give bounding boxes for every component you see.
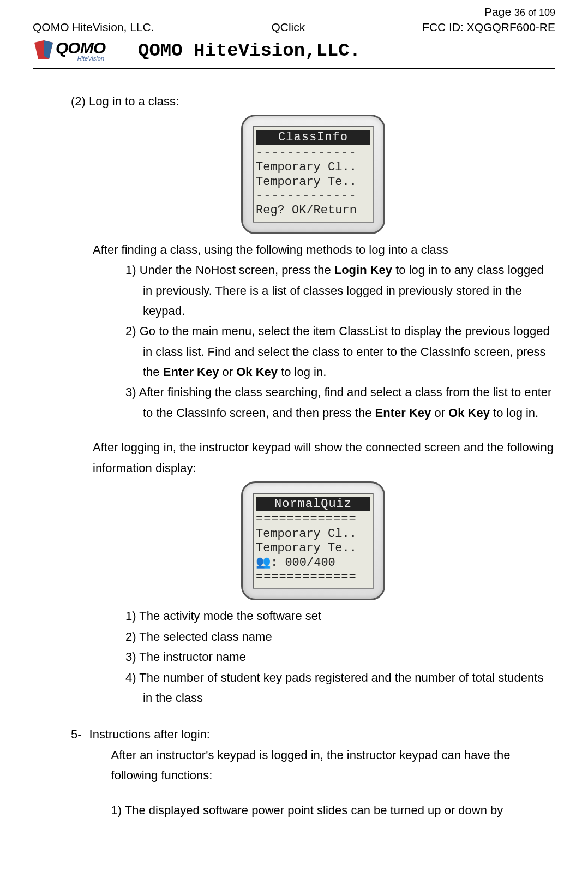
page-header: QOMO HiteVision, LLC. QClick Page 36 of …	[33, 0, 555, 34]
brand-logo-icon	[33, 39, 55, 62]
lcd-line-teacher: Temporary Te..	[256, 541, 370, 556]
info-item-2: 2) The selected class name	[125, 627, 555, 647]
section-5-number: 5-	[71, 724, 82, 820]
content-body: (2) Log in to a class: ClassInfo -------…	[33, 91, 555, 820]
method-3: 3) After finishing the class searching, …	[125, 382, 555, 423]
section-5-func-1: 1) The displayed software power point sl…	[89, 800, 555, 820]
device-figure-normalquiz: NormalQuiz ============= Temporary Cl.. …	[71, 481, 555, 600]
method-2: 2) Go to the main menu, select the item …	[125, 321, 555, 382]
lcd-title: NormalQuiz	[256, 497, 370, 511]
lcd-divider: =============	[256, 570, 370, 584]
text: to log in.	[278, 365, 326, 379]
header-company: QOMO HiteVision, LLC.	[33, 21, 154, 34]
device-figure-classinfo: ClassInfo ------------- Temporary Cl.. T…	[71, 115, 555, 234]
header-right: Page 36 of 109 FCC ID: XQGQRF600-RE	[422, 5, 555, 34]
document-page: QOMO HiteVision, LLC. QClick Page 36 of …	[0, 0, 588, 842]
count-sep: :	[271, 556, 285, 570]
page-of: of	[525, 7, 539, 18]
text: or	[431, 406, 448, 420]
enter-key-bold: Enter Key	[375, 406, 431, 420]
logo-row: QOMO HiteVision QOMO HiteVision,LLC.	[33, 39, 555, 62]
device-lcd: ClassInfo ------------- Temporary Cl.. T…	[253, 126, 374, 222]
text: or	[219, 365, 236, 379]
device-lcd: NormalQuiz ============= Temporary Cl.. …	[253, 493, 374, 589]
company-title: QOMO HiteVision,LLC.	[138, 40, 361, 61]
lcd-title: ClassInfo	[256, 130, 370, 145]
brand-logo: QOMO HiteVision	[33, 39, 105, 62]
enter-key-bold: Enter Key	[163, 365, 219, 379]
page-total: 109	[539, 7, 555, 18]
page-label: Page	[484, 5, 514, 18]
device-frame: NormalQuiz ============= Temporary Cl.. …	[241, 481, 385, 600]
text: 1) Under the NoHost screen, press the	[125, 263, 334, 277]
paragraph-after-finding: After finding a class, using the followi…	[71, 240, 555, 260]
device-frame: ClassInfo ------------- Temporary Cl.. T…	[241, 115, 385, 234]
people-icon: 👥	[256, 556, 271, 570]
lcd-prompt: Reg? OK/Return	[256, 204, 370, 218]
header-product: QClick	[271, 21, 305, 34]
section-2-label: (2) Log in to a class:	[71, 91, 555, 111]
section-5: 5- Instructions after login: After an in…	[71, 724, 555, 820]
section-5-intro: After an instructor's keypad is logged i…	[89, 745, 555, 786]
method-1: 1) Under the NoHost screen, press the Lo…	[125, 260, 555, 321]
lcd-divider: =============	[256, 512, 370, 527]
brand-logo-text: QOMO HiteVision	[56, 40, 105, 62]
brand-logo-main: QOMO	[56, 40, 105, 56]
lcd-line-count: 👥: 000/400	[256, 556, 370, 570]
count-value: 000/400	[285, 556, 335, 570]
header-separator	[33, 68, 555, 69]
login-key-bold: Login Key	[334, 263, 392, 277]
section-5-body: Instructions after login: After an instr…	[89, 724, 555, 820]
method-list: 1) Under the NoHost screen, press the Lo…	[71, 260, 555, 423]
lcd-line-class: Temporary Cl..	[256, 160, 370, 175]
fcc-id: FCC ID: XQGQRF600-RE	[422, 21, 555, 34]
section-5-title: Instructions after login:	[89, 724, 555, 744]
info-item-1: 1) The activity mode the software set	[125, 606, 555, 626]
info-item-4: 4) The number of student key pads regist…	[125, 667, 555, 708]
paragraph-after-login: After logging in, the instructor keypad …	[71, 437, 555, 478]
page-indicator: Page 36 of 109	[422, 5, 555, 19]
info-item-3: 3) The instructor name	[125, 647, 555, 667]
lcd-line-class: Temporary Cl..	[256, 527, 370, 541]
lcd-divider: -------------	[256, 189, 370, 204]
lcd-divider: -------------	[256, 146, 370, 160]
text: to log in.	[490, 406, 538, 420]
info-list: 1) The activity mode the software set 2)…	[71, 606, 555, 708]
ok-key-bold: Ok Key	[448, 406, 490, 420]
lcd-line-teacher: Temporary Te..	[256, 175, 370, 189]
ok-key-bold: Ok Key	[236, 365, 278, 379]
page-current: 36	[514, 7, 525, 18]
